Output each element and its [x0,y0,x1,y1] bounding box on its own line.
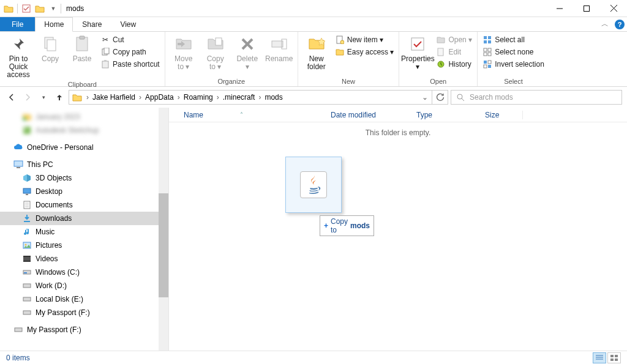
svg-rect-49 [24,221,30,222]
details-view-button[interactable] [593,352,606,363]
copy-path-button[interactable]: Copy path [98,46,162,58]
svg-rect-64 [610,355,614,357]
select-none-button[interactable]: Select none [480,46,547,58]
svg-rect-22 [438,48,443,56]
chevron-right-icon[interactable]: › [84,93,91,102]
search-placeholder: Search mods [470,93,513,102]
paste-button[interactable]: Paste [66,33,98,80]
paste-shortcut-button[interactable]: Paste shortcut [98,59,162,70]
tree-item-music[interactable]: Music [0,225,168,239]
new-item-button[interactable]: New item ▾ [332,34,397,45]
qat-dropdown-icon[interactable]: ▼ [47,2,59,15]
column-date[interactable]: Date modified [326,111,411,119]
tree-item-windows-c[interactable]: Windows (C:) [0,266,168,279]
tree-item-local-e[interactable]: Local Disk (E:) [0,292,168,306]
group-select: Select all Select none Invert selection … [478,32,549,86]
pin-to-quick-access-button[interactable]: Pin to Quick access [2,33,34,80]
svg-rect-25 [488,36,491,39]
svg-rect-43 [23,188,31,193]
column-type[interactable]: Type [411,111,480,119]
tab-home[interactable]: Home [35,17,73,32]
delete-button[interactable]: Delete ▾ [231,33,263,76]
forward-button[interactable] [21,91,34,104]
svg-rect-21 [411,38,424,50]
tree-item-3d-objects[interactable]: 3D Objects [0,171,168,185]
drive-icon [13,325,23,335]
chevron-right-icon[interactable]: › [256,93,263,102]
svg-rect-57 [23,284,31,288]
easy-access-button[interactable]: Easy access ▾ [332,46,397,58]
search-input[interactable]: Search mods [451,90,622,105]
navigation-tree[interactable]: January 2023 Autodesk Sketchup OneDrive … [0,108,169,351]
svg-rect-33 [488,61,491,64]
refresh-button[interactable] [432,90,448,105]
collapse-ribbon-icon[interactable]: ︿ [598,17,612,31]
history-button[interactable]: History [434,59,475,70]
column-name[interactable]: Name˄ [179,111,326,119]
copy-button[interactable]: Copy [34,33,66,80]
chevron-right-icon[interactable]: › [175,93,182,102]
sort-indicator-icon: ˄ [240,111,243,118]
tree-item-pictures[interactable]: Pictures [0,239,168,252]
copy-to-button[interactable]: Copy to ▾ [200,33,231,76]
properties-button[interactable]: Properties ▾ [402,33,434,76]
svg-rect-26 [484,40,487,43]
tab-share[interactable]: Share [73,17,111,31]
tree-item-passport-ext[interactable]: My Passport (F:) [0,323,168,336]
tree-item[interactable]: January 2023 [0,110,168,124]
help-button[interactable]: ? [612,17,627,31]
new-folder-button[interactable]: New folder [301,33,332,76]
breadcrumb-segment[interactable]: .minecraft [222,93,257,102]
cut-button[interactable]: ✂Cut [98,34,162,45]
svg-rect-8 [80,36,84,39]
address-bar[interactable]: › Jake Harfield › AppData › Roaming › .m… [69,90,432,105]
svg-line-37 [462,98,464,101]
chevron-right-icon[interactable]: › [137,93,144,102]
tree-item-passport-f[interactable]: My Passport (F:) [0,306,168,319]
tab-view[interactable]: View [111,17,145,31]
column-size[interactable]: Size [480,111,523,119]
tab-file[interactable]: File [0,17,35,31]
select-none-icon [482,47,492,57]
chevron-down-icon[interactable]: ⌄ [419,93,430,102]
tree-item[interactable]: Autodesk Sketchup [0,124,168,137]
tree-item-work-d[interactable]: Work (D:) [0,279,168,292]
breadcrumb-segment[interactable]: mods [263,93,283,102]
rename-button[interactable]: Rename [263,33,295,76]
chevron-right-icon[interactable]: › [214,93,222,102]
back-button[interactable] [5,91,18,104]
tree-onedrive[interactable]: OneDrive - Personal [0,141,168,154]
tree-item-desktop[interactable]: Desktop [0,185,168,198]
open-icon [436,35,446,45]
move-to-button[interactable]: Move to ▾ [168,33,200,76]
svg-rect-39 [23,127,31,134]
invert-selection-button[interactable]: Invert selection [480,59,547,70]
file-list[interactable]: Name˄ Date modified Type Size This folde… [169,108,627,351]
scrollbar-thumb[interactable] [159,193,168,297]
tree-item-documents[interactable]: Documents [0,198,168,212]
up-button[interactable] [53,91,66,104]
properties-qat-icon[interactable] [20,2,32,15]
tree-item-downloads[interactable]: Downloads [0,212,168,225]
svg-rect-67 [615,358,618,361]
group-label-clipboard: Clipboard [2,80,162,89]
icons-view-button[interactable] [607,352,621,363]
svg-rect-30 [484,53,487,56]
maximize-button[interactable] [573,0,600,17]
breadcrumb-segment[interactable]: AppData [144,93,175,102]
window-controls [546,0,627,17]
tree-item-videos[interactable]: Videos [0,252,168,266]
svg-rect-24 [484,36,487,39]
breadcrumb-segment[interactable]: Jake Harfield [91,93,137,102]
minimize-button[interactable] [546,0,573,17]
app-icon [22,125,32,135]
open-button[interactable]: Open ▾ [434,34,475,45]
select-all-button[interactable]: Select all [480,34,547,45]
history-dropdown-button[interactable]: ▾ [37,91,50,104]
tree-this-pc[interactable]: This PC [0,158,168,171]
breadcrumb-segment[interactable]: Roaming [182,93,214,102]
close-button[interactable] [600,0,627,17]
folder-qat-icon[interactable] [34,2,46,15]
svg-rect-10 [104,48,109,54]
edit-button[interactable]: Edit [434,46,475,58]
